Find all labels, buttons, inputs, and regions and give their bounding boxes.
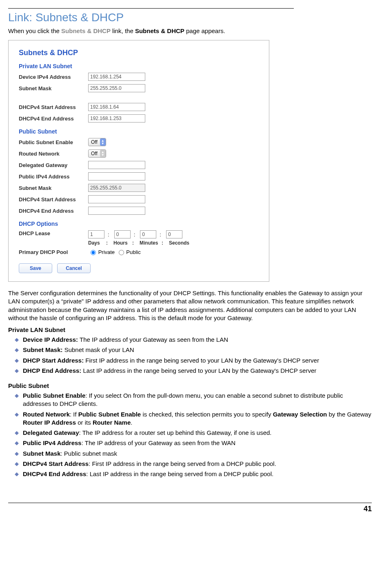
dhcp-options-heading: DHCP Options	[19, 220, 261, 227]
select-public-enable[interactable]: Off ▲▼	[88, 138, 106, 146]
label-subnet-mask: Subnet Mask	[19, 85, 88, 91]
list-item: Routed Network: If Public Subnet Enable …	[16, 410, 372, 427]
radio-label-private: Private	[98, 249, 115, 255]
input-lease-minutes[interactable]	[140, 230, 156, 238]
label-public-ip: Public IPv4 Address	[19, 174, 88, 180]
intro-pre: When you click the	[8, 27, 61, 34]
intro-link-label: Subnets & DHCP	[61, 27, 111, 34]
row-public-dhcp-end: DHCPv4 End Address	[19, 207, 261, 215]
row-routed-network: Routed Network Off ▲▼	[19, 149, 261, 158]
input-dhcp-end[interactable]	[88, 114, 145, 122]
list-item: Public Subnet Enable: If you select On f…	[16, 392, 372, 408]
input-delegated-gateway[interactable]	[88, 161, 145, 169]
input-public-ip[interactable]	[88, 172, 145, 180]
row-dhcp-start: DHCPv4 Start Address	[19, 103, 261, 111]
private-lan-heading: Private LAN Subnet	[8, 326, 372, 333]
intro-post: page appears.	[186, 27, 225, 34]
row-dhcp-end: DHCPv4 End Address	[19, 114, 261, 122]
page-title: Link: Subnets & DHCP	[8, 11, 372, 24]
input-lease-seconds[interactable]	[166, 230, 182, 238]
list-item: Device IP Address: The IP address of you…	[16, 336, 372, 344]
list-item: DHCPv4 Start Address: First IP address i…	[16, 460, 372, 468]
label-delegated-gateway: Delegated Gateway	[19, 162, 88, 168]
chevron-updown-icon: ▲▼	[100, 150, 106, 157]
list-item: DHCPv4 End Address: Last IP address in t…	[16, 470, 372, 478]
intro-paragraph: When you click the Subnets & DHCP link, …	[8, 27, 372, 34]
row-public-enable: Public Subnet Enable Off ▲▼	[19, 138, 261, 146]
list-item: Delegated Gateway: The IP address for a …	[16, 429, 372, 437]
input-dhcp-start[interactable]	[88, 103, 145, 111]
public-subnet-heading-body: Public Subnet	[8, 382, 372, 389]
radio-label-public: Public	[126, 249, 140, 255]
radio-pool-public[interactable]	[119, 250, 124, 255]
public-subnet-heading: Public Subnet	[19, 128, 261, 135]
private-list: Device IP Address: The IP address of you…	[8, 336, 372, 375]
label-primary-pool: Primary DHCP Pool	[19, 249, 88, 255]
select-routed-network-value: Off	[89, 151, 100, 156]
label-public-dhcp-end: DHCPv4 End Address	[19, 208, 88, 214]
list-item: Public IPv4 Address: The IP address of y…	[16, 439, 372, 447]
label-routed-network: Routed Network	[19, 151, 88, 157]
input-public-dhcp-start[interactable]	[88, 195, 145, 203]
intro-mid: link, the	[112, 27, 135, 34]
input-public-dhcp-end[interactable]	[88, 207, 145, 215]
row-public-ip: Public IPv4 Address	[19, 172, 261, 180]
settings-screenshot: Subnets & DHCP Private LAN Subnet Device…	[8, 40, 269, 282]
label-dhcp-lease: DHCP Lease	[19, 230, 88, 236]
label-public-subnet-mask: Subnet Mask	[19, 185, 88, 191]
radio-pool-private[interactable]	[91, 250, 96, 255]
label-public-enable: Public Subnet Enable	[19, 139, 88, 145]
colon-3: :	[160, 232, 161, 238]
label-dhcp-end: DHCPv4 End Address	[19, 116, 88, 122]
row-device-ip: Device IPv4 Address	[19, 73, 261, 81]
page-number: 41	[364, 505, 372, 513]
body-paragraph-1: The Server configuration determines the …	[8, 289, 372, 322]
row-delegated-gateway: Delegated Gateway	[19, 161, 261, 169]
row-primary-pool: Primary DHCP Pool Private Public	[19, 249, 261, 255]
select-routed-network: Off ▲▼	[88, 149, 106, 158]
colon-1: :	[108, 232, 109, 238]
colon-l2: :	[132, 240, 140, 246]
label-dhcp-start: DHCPv4 Start Address	[19, 104, 88, 110]
screenshot-heading: Subnets & DHCP	[19, 49, 261, 57]
label-device-ip: Device IPv4 Address	[19, 74, 88, 80]
list-item: DHCP Start Address: First IP address in …	[16, 356, 372, 365]
footer: 41	[8, 503, 372, 513]
colon-2: :	[134, 232, 135, 238]
chevron-updown-icon: ▲▼	[100, 138, 106, 146]
cancel-button[interactable]: Cancel	[57, 263, 91, 273]
unit-seconds: Seconds	[169, 240, 189, 246]
input-subnet-mask[interactable]	[88, 84, 145, 92]
input-public-subnet-mask	[88, 184, 145, 192]
row-dhcp-lease: DHCP Lease : : : Days : Hours : Minutes …	[19, 230, 261, 246]
input-lease-days[interactable]	[88, 230, 104, 238]
colon-l3: :	[162, 240, 169, 246]
public-list: Public Subnet Enable: If you select On f…	[8, 392, 372, 478]
unit-minutes: Minutes	[140, 240, 162, 246]
row-public-subnet-mask: Subnet Mask	[19, 184, 261, 192]
input-lease-hours[interactable]	[114, 230, 131, 238]
intro-page-label: Subnets & DHCP	[135, 27, 184, 34]
list-item: DHCP End Address: Last IP address in the…	[16, 367, 372, 375]
list-item: Subnet Mask: Subnet mask of your LAN	[16, 346, 372, 354]
private-subnet-heading: Private LAN Subnet	[19, 63, 261, 69]
row-subnet-mask: Subnet Mask	[19, 84, 261, 92]
label-public-dhcp-start: DHCPv4 Start Address	[19, 196, 88, 203]
colon-l1: :	[106, 240, 113, 246]
unit-days: Days	[88, 240, 106, 246]
unit-hours: Hours	[113, 240, 132, 246]
select-public-enable-value: Off	[89, 139, 100, 145]
input-device-ip[interactable]	[88, 73, 145, 81]
save-button[interactable]: Save	[19, 263, 52, 273]
list-item: Subnet Mask: Public subnet mask	[16, 450, 372, 458]
row-public-dhcp-start: DHCPv4 Start Address	[19, 195, 261, 203]
top-rule	[8, 8, 294, 9]
